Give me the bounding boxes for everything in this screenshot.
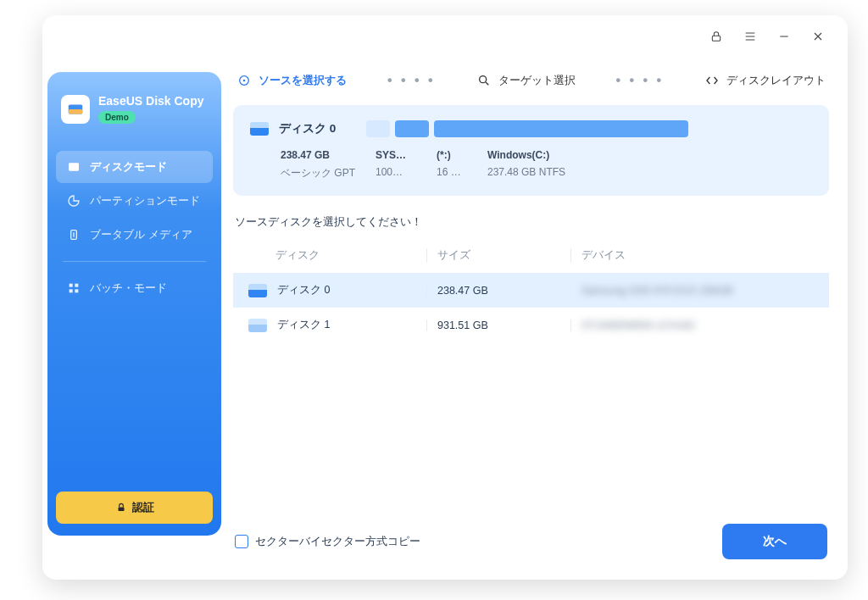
checkbox-label: セクターバイセクター方式コピー bbox=[255, 534, 420, 549]
partition-size: 237.48 GB NTFS bbox=[487, 166, 565, 178]
main-content: ソースを選択する • • • • ターゲット選択 • • • • ディスクレイア… bbox=[233, 66, 829, 561]
bottom-bar: セクターバイセクター方式コピー 次へ bbox=[233, 517, 829, 561]
table-row[interactable]: ディスク 1 931.51 GB ST1000DM003-1CH162 bbox=[233, 308, 829, 342]
partition-label: Windows(C:) bbox=[487, 149, 565, 161]
demo-badge: Demo bbox=[98, 111, 136, 124]
step-dots: • • • • bbox=[387, 73, 436, 88]
partition-label: (*:) bbox=[437, 149, 469, 161]
sidebar: EaseUS Disk Copy Demo ディスクモード パーティションモード… bbox=[47, 72, 221, 536]
pie-chart-icon bbox=[66, 193, 81, 208]
svg-rect-5 bbox=[70, 284, 73, 287]
step-label: ソースを選択する bbox=[259, 73, 347, 88]
menu-icon[interactable] bbox=[736, 22, 765, 51]
partition-label: SYS… bbox=[376, 149, 418, 161]
step-select-source[interactable]: ソースを選択する bbox=[236, 73, 347, 88]
svg-rect-9 bbox=[118, 507, 124, 511]
col-header-size: サイズ bbox=[426, 248, 570, 263]
usb-icon bbox=[66, 227, 81, 242]
disk-icon bbox=[248, 284, 267, 297]
minimize-button[interactable] bbox=[770, 22, 798, 51]
grid-icon bbox=[66, 281, 81, 296]
sidebar-item-disk-mode[interactable]: ディスクモード bbox=[56, 151, 213, 183]
svg-rect-2 bbox=[69, 109, 83, 114]
titlebar bbox=[687, 15, 848, 58]
disk-mode-icon bbox=[66, 159, 81, 175]
select-source-prompt: ソースディスクを選択してください！ bbox=[235, 214, 829, 230]
row-disk-name: ディスク 1 bbox=[277, 318, 330, 332]
table-header: ディスク サイズ デバイス bbox=[233, 238, 829, 273]
svg-rect-6 bbox=[75, 284, 78, 287]
sidebar-divider bbox=[63, 261, 206, 262]
row-disk-name: ディスク 0 bbox=[277, 283, 330, 297]
row-disk-size: 238.47 GB bbox=[426, 285, 570, 297]
app-window: EaseUS Disk Copy Demo ディスクモード パーティションモード… bbox=[42, 15, 848, 580]
row-device: Samsung SSD 970 EVO 250GB bbox=[581, 285, 733, 297]
disk-icon bbox=[248, 319, 267, 332]
partition-columns: 238.47 GBベーシック GPT SYS…100… (*:)16 … Win… bbox=[281, 149, 812, 181]
disk-table: ディスク サイズ デバイス ディスク 0 238.47 GB Samsung S… bbox=[233, 238, 829, 342]
disk-icon bbox=[250, 122, 269, 136]
checkbox-box bbox=[235, 535, 248, 548]
selected-disk-name: ディスク 0 bbox=[279, 121, 336, 136]
sidebar-item-label: ディスクモード bbox=[90, 159, 167, 175]
row-device: ST1000DM003-1CH162 bbox=[581, 319, 695, 331]
svg-point-11 bbox=[243, 80, 246, 82]
partition-segment bbox=[366, 120, 390, 137]
lock-small-icon bbox=[115, 502, 127, 514]
sidebar-item-partition-mode[interactable]: パーティションモード bbox=[56, 185, 213, 217]
svg-rect-7 bbox=[70, 289, 73, 292]
activate-label: 認証 bbox=[132, 500, 154, 515]
sidebar-item-label: バッチ・モード bbox=[90, 281, 167, 296]
partition-size: 100… bbox=[376, 166, 418, 178]
partition-segment bbox=[434, 120, 688, 137]
partition-free bbox=[693, 120, 812, 137]
step-select-target[interactable]: ターゲット選択 bbox=[476, 73, 576, 88]
sidebar-item-bootable-media[interactable]: ブータブル メディア bbox=[56, 219, 213, 251]
step-label: ターゲット選択 bbox=[498, 73, 576, 88]
sidebar-item-label: ブータブル メディア bbox=[90, 227, 192, 242]
svg-rect-0 bbox=[712, 36, 720, 41]
sidebar-nav: ディスクモード パーティションモード ブータブル メディア バッチ・モード bbox=[56, 151, 213, 304]
app-logo-icon bbox=[61, 95, 90, 124]
col-header-name: ディスク bbox=[248, 248, 426, 263]
step-dots: • • • • bbox=[615, 73, 664, 88]
svg-rect-3 bbox=[69, 163, 79, 170]
sidebar-item-batch-mode[interactable]: バッチ・モード bbox=[56, 272, 213, 304]
lock-icon[interactable] bbox=[702, 22, 731, 51]
sector-by-sector-checkbox[interactable]: セクターバイセクター方式コピー bbox=[235, 534, 420, 549]
step-label: ディスクレイアウト bbox=[726, 73, 826, 88]
partition-bar bbox=[366, 120, 812, 137]
layout-icon bbox=[704, 73, 720, 88]
step-disk-layout[interactable]: ディスクレイアウト bbox=[704, 73, 826, 88]
disk-type: ベーシック GPT bbox=[281, 166, 357, 181]
activate-button[interactable]: 認証 bbox=[56, 492, 213, 524]
wizard-steps: ソースを選択する • • • • ターゲット選択 • • • • ディスクレイア… bbox=[233, 66, 829, 105]
col-header-device: デバイス bbox=[570, 248, 814, 263]
svg-rect-8 bbox=[75, 289, 78, 292]
table-row[interactable]: ディスク 0 238.47 GB Samsung SSD 970 EVO 250… bbox=[233, 273, 829, 308]
brand: EaseUS Disk Copy Demo bbox=[56, 91, 213, 132]
partition-size: 16 … bbox=[437, 166, 469, 178]
sidebar-item-label: パーティションモード bbox=[90, 193, 200, 208]
disk-size: 238.47 GB bbox=[281, 149, 357, 161]
row-disk-size: 931.51 GB bbox=[426, 319, 570, 331]
partition-segment bbox=[395, 120, 429, 137]
close-button[interactable] bbox=[804, 22, 832, 51]
next-button[interactable]: 次へ bbox=[722, 524, 827, 559]
svg-point-12 bbox=[479, 76, 486, 83]
target-icon bbox=[236, 73, 252, 88]
app-title: EaseUS Disk Copy bbox=[98, 94, 204, 108]
selected-disk-card: ディスク 0 238.47 GBベーシック GPT SYS…100… (*:)1… bbox=[233, 105, 829, 196]
magnifier-icon bbox=[476, 73, 492, 88]
